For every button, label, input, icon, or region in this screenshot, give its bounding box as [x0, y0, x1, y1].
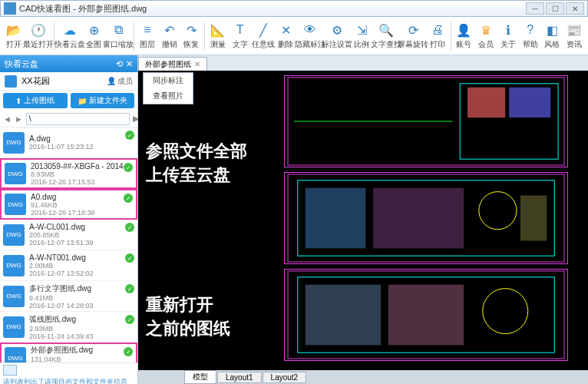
tool-recent[interactable]: 🕐最近打开 — [25, 19, 51, 53]
rotate-icon: ⟳ — [405, 22, 421, 38]
tool-help[interactable]: ?帮助 — [520, 19, 541, 53]
file-item[interactable]: DWGA.dwg2016-11-07 15:23:12✓ — [0, 127, 137, 158]
layout-tab[interactable]: 模型 — [184, 370, 216, 384]
forward-icon[interactable]: ► — [15, 114, 23, 124]
tool-news[interactable]: 📰资讯 — [563, 19, 585, 53]
sync-check-icon: ✓ — [124, 347, 133, 356]
sync-check-icon: ✓ — [124, 163, 133, 172]
folder-icon: 📂 — [5, 22, 22, 38]
tool-cloud[interactable]: ☁快看云盘 — [57, 19, 83, 53]
text-icon: T — [232, 22, 249, 38]
project-row[interactable]: XX花园 👤 成员 — [0, 72, 137, 91]
upload-icon: ⬆ — [15, 97, 21, 105]
file-size: 91.46KB — [31, 201, 133, 209]
tool-find[interactable]: 🔍文字查找 — [373, 19, 399, 53]
project-icon — [5, 75, 17, 88]
tool-redo[interactable]: ↷恢复 — [181, 19, 203, 53]
tool-label: 窗口缩放 — [103, 39, 134, 50]
tool-undo[interactable]: ↶撤销 — [159, 19, 180, 53]
tool-label: 恢复 — [183, 39, 199, 50]
maximize-button[interactable]: ☐ — [546, 2, 564, 15]
tab-close-icon[interactable]: ✕ — [194, 60, 200, 68]
file-size: 8.93MB — [31, 170, 133, 178]
file-name: 多行文字图纸.dwg — [29, 283, 134, 294]
tool-text[interactable]: T文字 — [230, 19, 251, 53]
recent-icon: 🕐 — [30, 22, 47, 38]
sync-check-icon: ✓ — [125, 253, 134, 263]
file-item[interactable]: DWG弧线图纸.dwg2.93MB2016-11-24 14:39:43✓ — [0, 312, 137, 343]
tool-line[interactable]: ╱任意线 — [252, 19, 275, 53]
tool-vip[interactable]: ♛会员 — [475, 19, 497, 53]
file-item[interactable]: DWGA-W-CL001.dwg205.85KB2016-12-07 13:51… — [0, 220, 137, 250]
measure-icon: 📐 — [210, 22, 226, 38]
news-icon: 📰 — [566, 22, 583, 38]
file-name: 弧线图纸.dwg — [29, 314, 134, 325]
help-icon: ? — [522, 22, 539, 38]
folder-plus-icon: 📁 — [78, 97, 87, 105]
panel-close-icon[interactable]: ✕ — [126, 59, 133, 69]
tool-zoom[interactable]: ⊕全图 — [84, 19, 105, 53]
context-menu-item[interactable]: 查看照片 — [144, 88, 193, 104]
tool-about[interactable]: ℹ关于 — [497, 19, 519, 53]
member-icon: 👤 — [107, 77, 116, 85]
minimize-button[interactable]: ─ — [526, 2, 544, 15]
file-item[interactable]: DWG外部参照图纸.dwg131.04KB2016-12-26 17:04:25… — [0, 343, 137, 362]
tool-label: 资讯 — [567, 39, 582, 50]
file-date: 2016-12-07 13:52:02 — [29, 270, 134, 277]
tool-label: 关于 — [500, 39, 516, 50]
tool-label: 标注设置 — [322, 39, 352, 50]
settings-icon: ⚙ — [329, 22, 345, 38]
file-date: 2016-12-07 14:28:03 — [29, 302, 134, 310]
new-folder-button[interactable]: 📁 新建文件夹 — [71, 93, 135, 108]
tool-account[interactable]: 👤账号 — [454, 19, 475, 53]
file-item[interactable]: DWGA-W-NT001.dwg2.00MB2016-12-07 13:52:0… — [0, 250, 137, 281]
tool-label: 比例 — [354, 39, 369, 50]
svg-rect-14 — [388, 285, 464, 346]
tool-label: 帮助 — [523, 39, 538, 50]
tool-measure[interactable]: 📐测量 — [207, 19, 229, 53]
file-list[interactable]: DWGA.dwg2016-11-07 15:23:12✓DWG2013059-#… — [0, 127, 137, 362]
dwg-icon: DWG — [3, 316, 25, 338]
nav-row: ◄ ► ▶ — [0, 111, 137, 127]
drawing-viewport[interactable]: 参照文件全部上传至云盘 重新打开之前的图纸 — [138, 71, 588, 370]
tool-settings[interactable]: ⚙标注设置 — [324, 19, 350, 53]
tool-style[interactable]: ◧风格 — [542, 19, 563, 53]
sync-check-icon: ✓ — [124, 194, 133, 203]
style-icon: ◧ — [543, 22, 560, 38]
path-input[interactable] — [26, 113, 130, 125]
back-icon[interactable]: ◄ — [3, 114, 12, 124]
tool-rotate[interactable]: ⟳屏幕旋转 — [400, 19, 426, 53]
delete-icon: ✕ — [277, 22, 294, 38]
file-date: 2016-12-07 13:51:39 — [29, 239, 134, 247]
file-item[interactable]: DWGA0.dwg91.46KB2016-12-26 17:18:38✓ — [0, 189, 137, 220]
tool-layers[interactable]: ≡图层 — [137, 19, 158, 53]
tool-scale[interactable]: ⇲比例 — [351, 19, 372, 53]
tool-print[interactable]: 🖨打印 — [427, 19, 448, 53]
tool-delete[interactable]: ✕删除 — [276, 19, 297, 53]
hide-icon: 👁 — [302, 22, 319, 38]
tool-label: 最近打开 — [23, 39, 54, 50]
redo-icon: ↷ — [183, 22, 200, 38]
tool-window[interactable]: ⧉窗口缩放 — [105, 19, 131, 53]
context-menu-item[interactable]: 同步标注 — [144, 73, 193, 88]
tool-label: 文字查找 — [371, 39, 401, 50]
layout-tab[interactable]: Layout1 — [217, 372, 262, 383]
tool-label: 全图 — [86, 39, 101, 50]
layout-tab[interactable]: Layout2 — [263, 372, 307, 383]
titlebar: CAD快速看图 - 外部参照图纸.dwg ─ ☐ ✕ — [0, 0, 588, 17]
sync-check-icon: ✓ — [125, 284, 134, 293]
upload-button[interactable]: ⬆ 上传图纸 — [3, 93, 68, 108]
member-button[interactable]: 👤 成员 — [107, 76, 133, 87]
file-item[interactable]: DWG多行文字图纸.dwg9.41MB2016-12-07 14:28:03✓ — [0, 281, 137, 312]
close-button[interactable]: ✕ — [566, 2, 584, 15]
sidebar-hint: 该列表列出了该项目的文件和文件夹信息 — [3, 377, 134, 384]
pin-icon[interactable]: ⟲ — [116, 59, 123, 69]
tool-folder[interactable]: 📂打开 — [3, 19, 25, 53]
footer-icon[interactable] — [3, 365, 17, 376]
doc-tab[interactable]: 外部参照图纸 ✕ — [138, 57, 207, 71]
line-icon: ╱ — [255, 22, 272, 38]
svg-point-9 — [479, 192, 517, 230]
account-icon: 👤 — [455, 22, 472, 38]
file-item[interactable]: DWG2013059-##-XBGFa - 20140623.dwg8.93MB… — [0, 158, 137, 189]
tool-hide[interactable]: 👁隐藏标注 — [297, 19, 323, 53]
